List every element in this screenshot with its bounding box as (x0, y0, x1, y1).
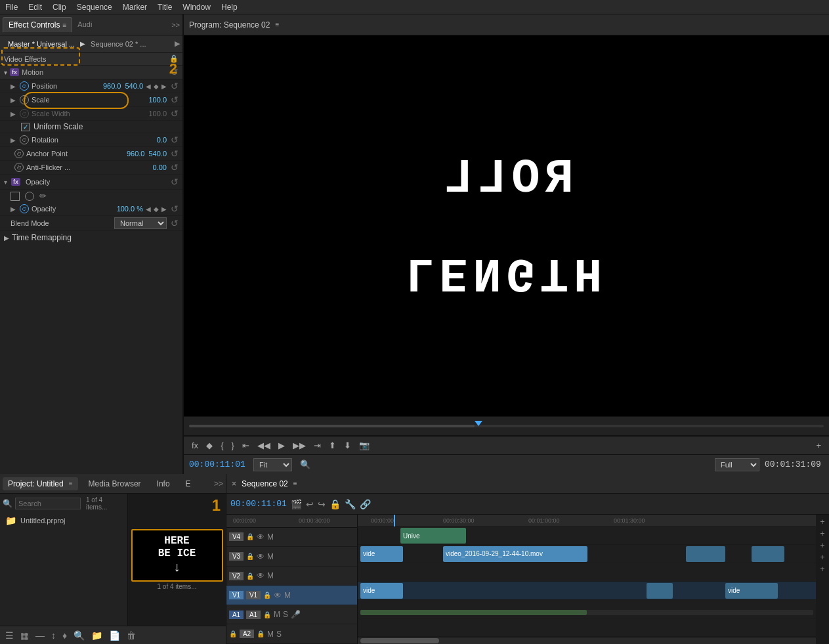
seq-close[interactable]: × (232, 479, 236, 488)
track-add-btn[interactable]: + (820, 517, 824, 526)
a2-lock-btn[interactable]: 🔒 (229, 630, 237, 637)
anti-reset[interactable]: ↺ (171, 162, 179, 173)
track-v1-timeline[interactable]: vide vide (358, 582, 816, 600)
lift-btn[interactable]: ⬆ (326, 439, 339, 452)
add-to-seq-btn[interactable]: + (813, 439, 824, 452)
menu-marker[interactable]: Marker (123, 3, 147, 12)
tl-link-btn[interactable]: 🔗 (360, 499, 371, 509)
opacity-kf-prev[interactable]: ◀ (146, 205, 151, 213)
rectangle-icon[interactable] (11, 192, 20, 201)
v4-lock[interactable]: 🔒 (246, 533, 254, 540)
a1-s-btn[interactable]: S (283, 610, 288, 619)
v2-lock[interactable]: 🔒 (246, 572, 254, 580)
v2-active-btn[interactable]: V2 (229, 572, 244, 580)
clip-unive[interactable]: Unive (400, 528, 466, 544)
menu-file[interactable]: File (5, 3, 18, 12)
opacity-header[interactable]: ▾ fx Opacity ↺ (0, 175, 182, 190)
sequence02-tab[interactable]: Sequence 02 * ... (85, 39, 151, 49)
seq-expand[interactable]: ▶ (175, 39, 180, 48)
a1-lock[interactable]: 🔒 (263, 611, 271, 618)
goto-in-btn[interactable]: ⇤ (240, 439, 252, 452)
position-expand[interactable]: ▶ (11, 83, 16, 90)
step-fwd-btn[interactable]: ▶▶ (290, 439, 308, 452)
track-a1-timeline[interactable] (358, 600, 816, 618)
uniform-scale-checkbox[interactable]: ✓ (21, 123, 30, 131)
rotation-value[interactable]: 0.0 (140, 136, 167, 144)
motion-reset[interactable]: ↺ (171, 67, 179, 77)
content-ruler[interactable]: 00:00:00 00:00:30:00 00:01:00:00 00:01:3… (358, 515, 816, 527)
scale-width-value[interactable]: 100.0 (140, 110, 167, 118)
pen-tool-icon[interactable]: ✏ (39, 191, 47, 201)
opacity-prop-expand[interactable]: ▶ (11, 205, 16, 213)
rotation-expand[interactable]: ▶ (11, 137, 16, 144)
fit-select[interactable]: Fit 25% 50% 75% 100% (253, 458, 292, 471)
menu-title[interactable]: Title (158, 3, 172, 12)
scale-expand[interactable]: ▶ (11, 97, 16, 104)
project-tab-main[interactable]: Project: Untitled Project: Untitled ≡ (3, 477, 78, 490)
tl-lock-btn[interactable]: 🔒 (329, 499, 341, 509)
blend-reset[interactable]: ↺ (171, 218, 179, 228)
anchor-reset[interactable]: ↺ (171, 148, 179, 159)
monitor-timecode[interactable]: 00:00:11:01 (189, 460, 248, 469)
track-v4-timeline[interactable]: Unive (358, 527, 816, 546)
tl-marker-btn[interactable]: ↩ (306, 499, 314, 509)
v3-active-btn[interactable]: V3 (229, 552, 244, 561)
audio-tab[interactable]: Audi (72, 18, 97, 32)
monitor-menu[interactable]: ≡ (275, 21, 279, 28)
v1-mute-btn[interactable]: M (284, 591, 291, 600)
scrollbar-thumb[interactable] (360, 638, 439, 643)
track-a2-timeline[interactable] (358, 618, 816, 637)
project-tab-e[interactable]: E (181, 477, 196, 490)
delete-btn[interactable]: 🗑 (125, 629, 137, 642)
v3-eye-btn[interactable]: 👁 (257, 552, 265, 561)
tl-add-track-btn[interactable]: 🎬 (291, 499, 302, 509)
marker-btn[interactable]: ◆ (203, 439, 215, 452)
find-btn[interactable]: 🔍 (72, 629, 86, 642)
v4-active-btn[interactable]: V4 (229, 532, 244, 541)
opacity-expand[interactable]: ▾ (4, 179, 7, 186)
menu-edit[interactable]: Edit (28, 3, 42, 12)
track-collapse3-btn[interactable]: + (820, 553, 824, 562)
opacity-prop-value[interactable]: 100.0 % (117, 205, 143, 213)
opacity-clock[interactable]: ⏱ (20, 204, 29, 213)
list-view-btn[interactable]: ☰ (4, 629, 15, 642)
camera-btn[interactable]: 📷 (356, 439, 372, 452)
menu-sequence[interactable]: Sequence (77, 3, 112, 12)
icon-view-btn[interactable]: ▦ (19, 629, 30, 642)
anti-value[interactable]: 0.00 (140, 163, 167, 171)
zoom-icon[interactable]: 🔍 (297, 458, 313, 471)
a2-s-btn[interactable]: S (276, 630, 282, 639)
v1-lock[interactable]: 🔒 (263, 591, 271, 599)
menu-window[interactable]: Window (182, 3, 211, 12)
search-input[interactable] (15, 498, 81, 509)
track-v3-timeline[interactable]: vide video_2016-09-29_12-44-10.mov (358, 545, 816, 563)
v3-lock[interactable]: 🔒 (246, 553, 254, 560)
rotation-clock[interactable]: ⏱ (20, 135, 29, 144)
v1-active-btn[interactable]: V1 (246, 591, 261, 599)
motion-collapse[interactable]: ▾ (4, 69, 7, 76)
project-tab-media[interactable]: Media Browser (83, 477, 146, 490)
anchor-y[interactable]: 540.0 (148, 150, 167, 158)
position-reset[interactable]: ↺ (171, 81, 179, 91)
scale-clock[interactable]: ⏱ (20, 95, 29, 104)
tl-snap-btn[interactable]: 🔧 (345, 499, 356, 509)
slider-btn[interactable]: — (34, 629, 46, 642)
project-item-prproj[interactable]: 📁 Untitled.prproj (3, 513, 125, 528)
position-x[interactable]: 960.0 (103, 82, 121, 90)
clip-v1-mid[interactable] (647, 583, 673, 599)
project-tab-info[interactable]: Info (152, 477, 175, 490)
track-collapse-btn[interactable]: + (820, 529, 824, 538)
expand-panels-icon[interactable]: >> (171, 21, 180, 29)
v4-mute-btn[interactable]: M (267, 532, 274, 542)
time-remapping-header[interactable]: ▶ Time Remapping (0, 231, 182, 244)
timeline-tab[interactable]: Sequence 02 ≡ (242, 479, 297, 488)
in-btn[interactable]: { (218, 439, 226, 452)
clip-v3-end2[interactable] (752, 546, 784, 562)
scale-reset[interactable]: ↺ (171, 95, 179, 105)
effect-controls-menu-icon[interactable]: ≡ (62, 22, 66, 29)
tab-effect-controls[interactable]: Effect Controls ≡ (3, 17, 72, 32)
v1-eye-btn[interactable]: 👁 (274, 591, 282, 600)
opacity-reset[interactable]: ↺ (171, 177, 179, 187)
opacity-kf-add[interactable]: ◆ (154, 205, 159, 213)
a1-mic-btn[interactable]: 🎤 (291, 610, 301, 619)
